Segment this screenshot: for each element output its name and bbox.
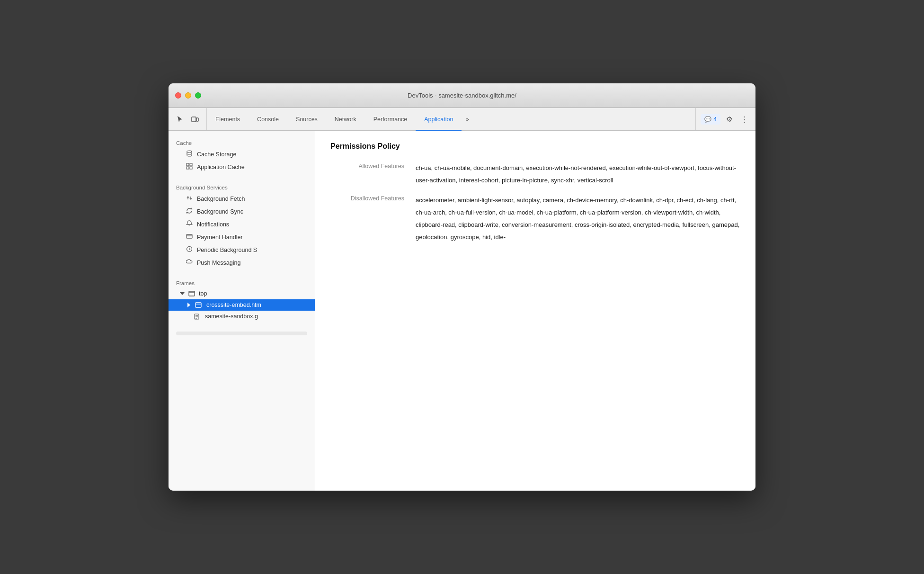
payment-handler-label: Payment Handler	[197, 234, 307, 241]
close-button[interactable]	[175, 92, 181, 99]
gear-icon: ⚙	[726, 115, 732, 124]
svg-rect-0	[192, 117, 196, 122]
device-icon[interactable]	[188, 113, 202, 126]
frames-embed-item[interactable]: crosssite-embed.htm	[169, 299, 315, 311]
sidebar-item-background-fetch[interactable]: Background Fetch	[169, 192, 315, 205]
background-services-label: Background Services	[169, 181, 315, 192]
frames-top-item[interactable]: top	[169, 288, 315, 299]
window-title: DevTools - samesite-sandbox.glitch.me/	[408, 92, 516, 99]
svg-rect-10	[189, 291, 195, 296]
background-sync-label: Background Sync	[197, 208, 307, 215]
sidebar-item-application-cache[interactable]: Application Cache	[169, 161, 315, 173]
devtools-window: DevTools - samesite-sandbox.glitch.me/ E…	[169, 83, 755, 491]
background-fetch-label: Background Fetch	[197, 196, 307, 202]
permissions-table: Allowed Features ch-ua, ch-ua-mobile, do…	[330, 162, 740, 247]
bell-icon	[186, 220, 193, 228]
triangle-down-icon	[180, 292, 185, 295]
svg-rect-3	[187, 163, 189, 166]
frames-section-label: Frames	[169, 277, 315, 288]
settings-button[interactable]: ⚙	[722, 113, 736, 126]
clock-icon	[186, 246, 193, 254]
page-title: Permissions Policy	[330, 142, 740, 151]
disallowed-features-label: Disallowed Features	[330, 194, 416, 247]
console-badge-button[interactable]: 💬 4	[701, 114, 720, 125]
grid-icon	[186, 163, 193, 171]
maximize-button[interactable]	[195, 92, 201, 99]
main-area: Cache Cache Storage	[169, 131, 755, 491]
more-options-button[interactable]: ⋮	[737, 113, 751, 126]
cache-section-label: Cache	[169, 136, 315, 148]
tab-elements[interactable]: Elements	[207, 108, 249, 131]
badge-count: 4	[713, 116, 717, 123]
sidebar-item-payment-handler[interactable]: Payment Handler	[169, 231, 315, 243]
svg-rect-5	[187, 167, 189, 169]
more-tabs-button[interactable]: »	[462, 108, 472, 130]
kebab-icon: ⋮	[741, 115, 748, 124]
arrows-updown-icon	[186, 195, 193, 203]
sidebar-item-periodic-background[interactable]: Periodic Background S	[169, 243, 315, 256]
toolbar-icon-group	[169, 108, 207, 130]
svg-point-2	[187, 151, 192, 152]
frames-sandbox-item[interactable]: samesite-sandbox.g	[169, 311, 315, 322]
sidebar-item-cache-storage[interactable]: Cache Storage	[169, 148, 315, 161]
database-icon	[186, 150, 193, 158]
svg-rect-1	[196, 118, 198, 121]
svg-rect-6	[190, 167, 192, 169]
sidebar: Cache Cache Storage	[169, 131, 315, 491]
application-cache-label: Application Cache	[197, 164, 307, 170]
svg-rect-7	[187, 234, 192, 238]
disallowed-features-value: accelerometer, ambient-light-sensor, aut…	[416, 194, 740, 247]
tab-application[interactable]: Application	[416, 108, 462, 131]
notifications-label: Notifications	[197, 221, 307, 228]
spacer-row	[330, 190, 740, 194]
allowed-features-value: ch-ua, ch-ua-mobile, document-domain, ex…	[416, 162, 740, 190]
allowed-features-label: Allowed Features	[330, 162, 416, 190]
toolbar-right: 💬 4 ⚙ ⋮	[695, 108, 755, 130]
periodic-background-label: Periodic Background S	[197, 247, 307, 253]
frames-top-label: top	[199, 290, 207, 297]
push-messaging-label: Push Messaging	[197, 260, 307, 266]
sync-icon	[186, 207, 193, 215]
minimize-button[interactable]	[185, 92, 191, 99]
toolbar: Elements Console Sources Network Perform…	[169, 108, 755, 131]
toolbar-tabs: Elements Console Sources Network Perform…	[207, 108, 695, 130]
frames-sandbox-label: samesite-sandbox.g	[205, 313, 258, 320]
sidebar-item-notifications[interactable]: Notifications	[169, 218, 315, 231]
title-bar: DevTools - samesite-sandbox.glitch.me/	[169, 83, 755, 108]
svg-rect-12	[195, 303, 201, 307]
frames-embed-label: crosssite-embed.htm	[206, 302, 261, 308]
tab-console[interactable]: Console	[249, 108, 287, 131]
tab-network[interactable]: Network	[326, 108, 365, 131]
card-icon	[186, 233, 193, 241]
cache-storage-label: Cache Storage	[197, 151, 307, 158]
cursor-icon[interactable]	[173, 113, 187, 126]
svg-rect-4	[190, 163, 192, 166]
tab-sources[interactable]: Sources	[287, 108, 326, 131]
tab-performance[interactable]: Performance	[365, 108, 416, 131]
content-area: Permissions Policy Allowed Features ch-u…	[315, 131, 755, 491]
traffic-lights	[175, 92, 201, 99]
sidebar-item-push-messaging[interactable]: Push Messaging	[169, 256, 315, 269]
sidebar-scrollbar[interactable]	[176, 332, 307, 335]
chat-icon: 💬	[704, 116, 711, 123]
allowed-features-row: Allowed Features ch-ua, ch-ua-mobile, do…	[330, 162, 740, 190]
triangle-right-icon	[187, 303, 190, 307]
disallowed-features-row: Disallowed Features accelerometer, ambie…	[330, 194, 740, 247]
cloud-icon	[186, 259, 193, 267]
sidebar-item-background-sync[interactable]: Background Sync	[169, 205, 315, 218]
